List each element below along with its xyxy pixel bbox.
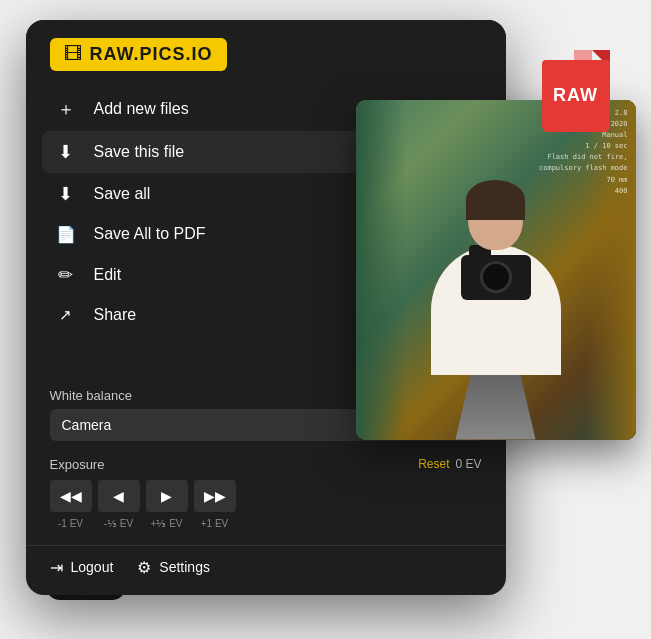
raw-file-shape: RAW (542, 50, 610, 132)
exposure-label: Exposure (50, 457, 105, 472)
settings-button[interactable]: ⚙ Settings (137, 558, 210, 577)
person-silhouette (431, 185, 561, 375)
exp-label-minus-full: -1 EV (50, 518, 92, 529)
photo-panel: f 2.8 august 29, 2020 Manual 1 / 10 sec … (356, 100, 636, 440)
footer: ⇥ Logout ⚙ Settings (26, 545, 506, 595)
logout-label: Logout (71, 559, 114, 575)
raw-file-body: RAW (542, 60, 610, 132)
save-file-label: Save this file (94, 143, 185, 161)
exposure-plus-full-button[interactable]: ▶▶ (194, 480, 236, 512)
person-hair (466, 180, 525, 220)
exposure-plus-third-button[interactable]: ▶ (146, 480, 188, 512)
person-body (431, 245, 561, 375)
settings-gear-icon: ⚙ (137, 558, 151, 577)
logout-button[interactable]: ⇥ Logout (50, 558, 114, 577)
logo-film-icon: 🎞 (64, 44, 82, 65)
exp-label-minus-third: -⅓ EV (98, 518, 140, 529)
exposure-controls: ◀◀ ◀ ▶ ▶▶ (50, 480, 482, 512)
add-label: Add new files (94, 100, 189, 118)
exposure-minus-third-button[interactable]: ◀ (98, 480, 140, 512)
exp-label-plus-third: +⅓ EV (146, 518, 188, 529)
camera-lens (480, 261, 512, 293)
save-pdf-label: Save All to PDF (94, 225, 206, 243)
edit-icon: ✏ (54, 264, 78, 286)
settings-label: Settings (159, 559, 210, 575)
exposure-labels: -1 EV -⅓ EV +⅓ EV +1 EV (50, 518, 482, 529)
camera-body (461, 255, 531, 300)
logo-box: 🎞 RAW.PICS.IO (50, 38, 227, 71)
share-icon: ↗ (54, 306, 78, 324)
logo-bar: 🎞 RAW.PICS.IO (26, 20, 506, 81)
photo-flash: Flash did not fire, compulsory flash mod… (528, 152, 628, 174)
add-icon: ＋ (54, 97, 78, 121)
exposure-reset-group: Reset 0 EV (418, 457, 481, 471)
exposure-minus-full-button[interactable]: ◀◀ (50, 480, 92, 512)
exposure-value: 0 EV (455, 457, 481, 471)
pdf-icon: 📄 (54, 225, 78, 244)
save-all-icon: ⬇ (54, 183, 78, 205)
save-file-icon: ⬇ (54, 141, 78, 163)
exposure-header: Exposure Reset 0 EV (50, 457, 482, 472)
logout-icon: ⇥ (50, 558, 63, 577)
raw-badge-text: RAW (553, 85, 598, 106)
logo-text: RAW.PICS.IO (90, 44, 213, 65)
save-all-label: Save all (94, 185, 151, 203)
trees-left (356, 100, 406, 440)
exposure-reset-button[interactable]: Reset (418, 457, 449, 471)
photo-shutter: 1 / 10 sec (528, 141, 628, 152)
photo-background: f 2.8 august 29, 2020 Manual 1 / 10 sec … (356, 100, 636, 440)
person-head (468, 185, 523, 250)
exposure-section: Exposure Reset 0 EV ◀◀ ◀ ▶ ▶▶ -1 EV -⅓ E… (26, 449, 506, 545)
raw-file-icon: RAW (536, 50, 616, 140)
edit-label: Edit (94, 266, 122, 284)
white-balance-value: Camera (62, 417, 112, 433)
exp-label-plus-full: +1 EV (194, 518, 236, 529)
share-label: Share (94, 306, 137, 324)
